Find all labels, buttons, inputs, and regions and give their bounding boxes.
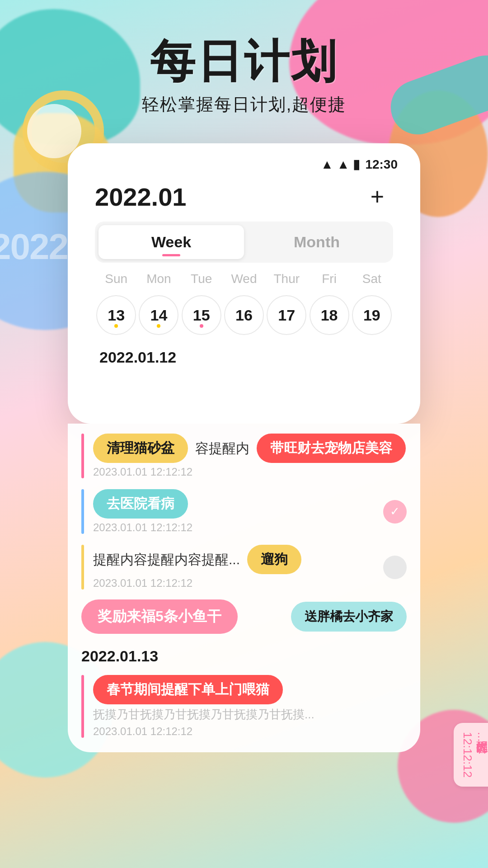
task-meta-4: 2023.01.01 12:12:12 — [93, 725, 407, 738]
app-mockup: ▲ ▲ ▮ 12:30 2022.01 + Week Month Sun Mon… — [68, 143, 420, 424]
signal-icon: ▲ — [337, 157, 350, 172]
task-tag-spring-festival[interactable]: 春节期间提醒下单上门喂猫 — [93, 675, 283, 704]
tab-underline — [162, 254, 180, 256]
add-event-button[interactable]: + — [361, 181, 393, 212]
weekday-sat: Sat — [354, 272, 390, 286]
status-time: 12:30 — [365, 157, 398, 172]
cal-header: 2022.01 + — [86, 176, 402, 217]
day-17[interactable]: 17 — [267, 295, 306, 335]
task-tags-row-4: 春节期间提醒下单上门喂猫 — [93, 675, 407, 704]
weekday-thu: Thur — [268, 272, 305, 286]
tasks-area: 清理猫砂盆 容提醒内 带旺财去宠物店美容 2023.01.01 12:12:12… — [68, 424, 420, 752]
status-icons: ▲ ▲ ▮ — [321, 157, 360, 172]
tab-week[interactable]: Week — [99, 225, 244, 259]
deco-side-tag: 提醒内容提醒... 12:12:12 — [454, 723, 488, 787]
task-row-2: 去医院看病 2023.01.01 12:12:12 ✓ — [68, 484, 420, 539]
floating-badge-fish[interactable]: 奖励来福5条小鱼干 — [81, 599, 238, 634]
day-dot-15 — [200, 324, 203, 328]
day-19[interactable]: 19 — [352, 295, 392, 335]
weekday-wed: Wed — [226, 272, 262, 286]
day-14[interactable]: 14 — [139, 295, 178, 335]
task-row-3: 提醒内容提醒内容提醒... 遛狗 2023.01.01 12:12:12 — [68, 539, 420, 595]
task-line-4 — [81, 675, 84, 738]
weekday-mon: Mon — [141, 272, 177, 286]
tab-month[interactable]: Month — [244, 225, 389, 259]
view-tab-switcher: Week Month — [95, 222, 393, 263]
task-text-3: 提醒内容提醒内容提醒... — [93, 550, 240, 569]
task-content-4: 春节期间提醒下单上门喂猫 抚摸乃甘抚摸乃甘抚摸乃甘抚摸乃甘抚摸... 2023.… — [93, 675, 407, 738]
section-date-1: 2022.01.12 — [86, 340, 402, 371]
day-dot-13 — [114, 324, 118, 328]
task-content-1: 清理猫砂盆 容提醒内 带旺财去宠物店美容 2023.01.01 12:12:12 — [93, 434, 407, 478]
day-15[interactable]: 15 — [182, 295, 221, 335]
task-text-1: 容提醒内 — [195, 439, 249, 458]
task-check-empty-3[interactable] — [383, 556, 407, 579]
task-tags-row-1: 清理猫砂盆 容提醒内 带旺财去宠物店美容 — [93, 434, 407, 463]
app-title: 每日计划 — [0, 36, 488, 86]
task-line-3 — [81, 545, 84, 590]
weekday-sun: Sun — [98, 272, 134, 286]
task-tags-row-3: 提醒内容提醒内容提醒... 遛狗 — [93, 545, 383, 574]
task-tags-row-2: 去医院看病 — [93, 489, 383, 519]
task-text-4: 抚摸乃甘抚摸乃甘抚摸乃甘抚摸乃甘抚摸... — [93, 706, 407, 722]
task-content-2: 去医院看病 2023.01.01 12:12:12 — [93, 489, 383, 534]
task-tag-hospital[interactable]: 去医院看病 — [93, 489, 188, 519]
wifi-icon: ▲ — [321, 157, 333, 172]
day-16[interactable]: 16 — [224, 295, 264, 335]
section-date-2: 2022.01.13 — [68, 638, 420, 670]
task-line-2 — [81, 489, 84, 534]
floating-badge-cat[interactable]: 送胖橘去小齐家 — [291, 602, 407, 632]
task-tag-walk-dog[interactable]: 遛狗 — [247, 545, 301, 574]
task-meta-3: 2023.01.01 12:12:12 — [93, 577, 383, 590]
app-subtitle: 轻松掌握每日计划,超便捷 — [0, 93, 488, 116]
day-dot-14 — [157, 324, 160, 328]
weekday-headers: Sun Mon Tue Wed Thur Fri Sat — [86, 267, 402, 291]
weekday-tue: Tue — [183, 272, 220, 286]
task-check-2[interactable]: ✓ — [383, 500, 407, 524]
cal-current-date: 2022.01 — [95, 182, 186, 212]
day-13[interactable]: 13 — [96, 295, 136, 335]
task-row-1: 清理猫砂盆 容提醒内 带旺财去宠物店美容 2023.01.01 12:12:12 — [68, 428, 420, 484]
day-18[interactable]: 18 — [310, 295, 349, 335]
deco-year: 2022 — [0, 226, 68, 268]
task-meta-1: 2023.01.01 12:12:12 — [93, 466, 407, 478]
task-tag-pet[interactable]: 带旺财去宠物店美容 — [257, 434, 406, 463]
status-bar: ▲ ▲ ▮ 12:30 — [86, 157, 402, 176]
task-line-1 — [81, 434, 84, 478]
task-content-3: 提醒内容提醒内容提醒... 遛狗 2023.01.01 12:12:12 — [93, 545, 383, 590]
battery-icon: ▮ — [353, 157, 360, 172]
task-tag-litter[interactable]: 清理猫砂盆 — [93, 434, 188, 463]
task-meta-2: 2023.01.01 12:12:12 — [93, 521, 383, 534]
header-area: 每日计划 轻松掌握每日计划,超便捷 — [0, 0, 488, 116]
weekday-fri: Fri — [311, 272, 347, 286]
task-row-4: 春节期间提醒下单上门喂猫 抚摸乃甘抚摸乃甘抚摸乃甘抚摸乃甘抚摸... 2023.… — [68, 670, 420, 743]
week-days-row: 13 14 15 16 17 18 19 — [86, 291, 402, 340]
